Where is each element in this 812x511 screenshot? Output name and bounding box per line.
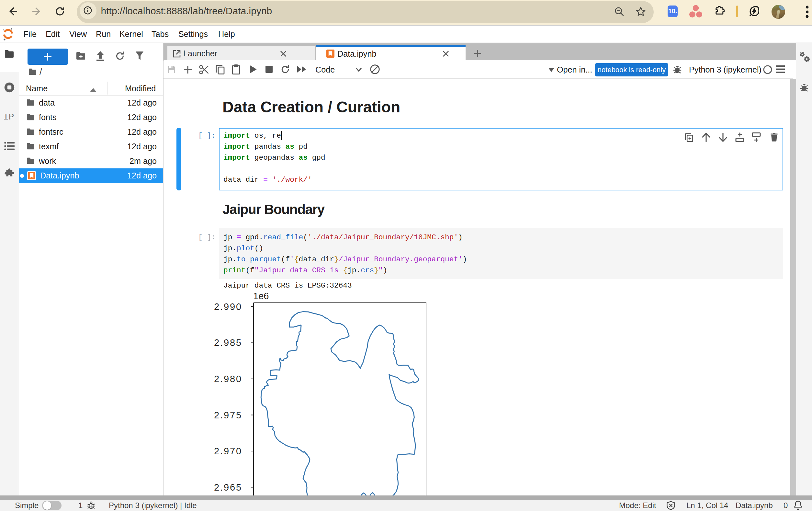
svg-text:2.985: 2.985 [214, 337, 242, 348]
svg-text:2.965: 2.965 [214, 482, 242, 492]
svg-text:1e6: 1e6 [253, 291, 269, 301]
svg-text:2.970: 2.970 [214, 446, 242, 456]
svg-text:2.975: 2.975 [214, 410, 242, 420]
svg-text:2.990: 2.990 [214, 302, 242, 312]
svg-text:2.980: 2.980 [214, 374, 242, 384]
